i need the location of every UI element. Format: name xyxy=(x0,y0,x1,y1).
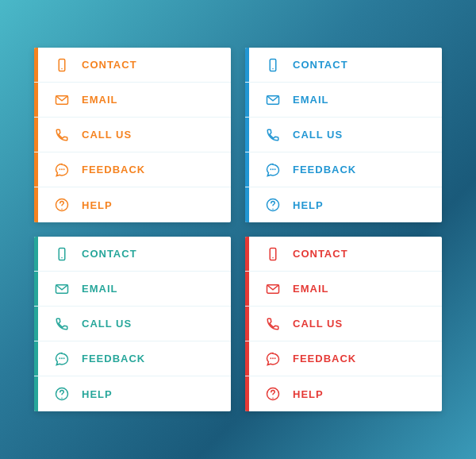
accent-bar xyxy=(245,83,249,117)
menu-item-top-right-help[interactable]: HELP xyxy=(245,187,442,222)
menu-item-bottom-right-help[interactable]: HELP xyxy=(245,376,442,411)
email-icon xyxy=(53,280,71,298)
menu-item-bottom-right-contact[interactable]: CONTACT xyxy=(245,237,442,272)
svg-point-12 xyxy=(272,168,274,170)
accent-bar xyxy=(245,376,249,411)
feedback-icon xyxy=(264,161,282,179)
callus-icon xyxy=(264,126,282,144)
menu-label-contact: CONTACT xyxy=(82,59,137,71)
accent-bar xyxy=(34,341,38,376)
menu-label-feedback: FEEDBACK xyxy=(82,353,145,364)
menu-label-email: EMAIL xyxy=(293,94,328,106)
menu-item-top-right-callus[interactable]: CALL US xyxy=(245,118,442,152)
menu-label-contact: CONTACT xyxy=(293,59,348,71)
help-icon xyxy=(53,385,71,403)
menu-item-bottom-right-feedback[interactable]: FEEDBACK xyxy=(245,341,442,376)
help-icon xyxy=(264,385,282,403)
menu-item-bottom-left-contact[interactable]: CONTACT xyxy=(34,237,231,272)
menu-item-top-left-callus[interactable]: CALL US xyxy=(34,118,231,152)
accent-bar xyxy=(34,272,38,306)
svg-point-31 xyxy=(272,398,274,399)
accent-bar xyxy=(245,152,249,187)
svg-point-5 xyxy=(63,168,65,170)
email-icon xyxy=(264,280,282,298)
svg-point-28 xyxy=(272,357,274,359)
menu-item-bottom-right-email[interactable]: EMAIL xyxy=(245,272,442,307)
help-icon xyxy=(264,196,282,214)
accent-bar xyxy=(245,187,249,222)
svg-point-15 xyxy=(272,209,274,210)
feedback-icon xyxy=(53,350,71,368)
help-icon xyxy=(53,196,71,214)
accent-bar xyxy=(34,48,38,82)
menu-item-top-left-feedback[interactable]: FEEDBACK xyxy=(34,152,231,187)
email-icon xyxy=(53,91,71,109)
accent-bar xyxy=(245,48,249,82)
menu-label-contact: CONTACT xyxy=(82,248,137,260)
callus-icon xyxy=(53,126,71,144)
accent-bar xyxy=(34,376,38,411)
menu-label-help: HELP xyxy=(82,199,113,211)
svg-point-11 xyxy=(270,168,271,170)
menu-label-feedback: FEEDBACK xyxy=(293,353,356,364)
menu-label-callus: CALL US xyxy=(82,318,132,330)
phone-icon xyxy=(53,56,71,74)
card-top-left: CONTACT EMAIL CALL US FEEDBACK HELP xyxy=(34,48,231,222)
svg-point-21 xyxy=(63,357,65,359)
menu-item-top-right-feedback[interactable]: FEEDBACK xyxy=(245,152,442,187)
phone-icon xyxy=(264,56,282,74)
svg-point-3 xyxy=(59,168,60,170)
card-top-right: CONTACT EMAIL CALL US FEEDBACK HELP xyxy=(245,48,442,222)
menu-item-top-right-email[interactable]: EMAIL xyxy=(245,83,442,118)
accent-bar xyxy=(34,237,38,271)
phone-icon xyxy=(264,245,282,263)
svg-point-4 xyxy=(61,168,63,170)
menu-label-feedback: FEEDBACK xyxy=(293,164,356,176)
menu-label-help: HELP xyxy=(82,388,113,400)
menu-label-callus: CALL US xyxy=(82,129,132,141)
accent-bar xyxy=(34,307,38,341)
menu-item-bottom-left-help[interactable]: HELP xyxy=(34,376,231,411)
menu-label-callus: CALL US xyxy=(293,318,343,330)
menu-label-callus: CALL US xyxy=(293,129,343,141)
svg-point-19 xyxy=(59,357,60,359)
menu-item-top-right-contact[interactable]: CONTACT xyxy=(245,48,442,83)
menu-item-bottom-right-callus[interactable]: CALL US xyxy=(245,307,442,341)
svg-point-20 xyxy=(61,357,63,359)
menu-label-help: HELP xyxy=(293,199,324,211)
menu-label-feedback: FEEDBACK xyxy=(82,164,145,176)
main-grid: CONTACT EMAIL CALL US FEEDBACK HELP CONT… xyxy=(18,32,458,427)
email-icon xyxy=(264,91,282,109)
menu-item-bottom-left-callus[interactable]: CALL US xyxy=(34,307,231,341)
accent-bar xyxy=(34,83,38,117)
feedback-icon xyxy=(264,350,282,368)
accent-bar xyxy=(34,152,38,187)
menu-item-bottom-left-email[interactable]: EMAIL xyxy=(34,272,231,307)
callus-icon xyxy=(264,315,282,333)
menu-item-bottom-left-feedback[interactable]: FEEDBACK xyxy=(34,341,231,376)
menu-label-email: EMAIL xyxy=(82,283,117,295)
accent-bar xyxy=(34,118,38,152)
accent-bar xyxy=(245,118,249,152)
accent-bar xyxy=(245,237,249,271)
callus-icon xyxy=(53,315,71,333)
card-bottom-left: CONTACT EMAIL CALL US FEEDBACK HELP xyxy=(34,237,231,411)
accent-bar xyxy=(245,307,249,341)
menu-item-top-left-contact[interactable]: CONTACT xyxy=(34,48,231,83)
menu-label-email: EMAIL xyxy=(82,94,117,106)
svg-point-7 xyxy=(61,209,63,210)
menu-label-contact: CONTACT xyxy=(293,248,348,260)
svg-point-29 xyxy=(274,357,276,359)
menu-label-help: HELP xyxy=(293,388,324,400)
card-bottom-right: CONTACT EMAIL CALL US FEEDBACK HELP xyxy=(245,237,442,411)
menu-item-top-left-email[interactable]: EMAIL xyxy=(34,83,231,118)
svg-point-27 xyxy=(270,357,271,359)
accent-bar xyxy=(245,272,249,306)
menu-label-email: EMAIL xyxy=(293,283,328,295)
svg-point-23 xyxy=(61,398,63,399)
accent-bar xyxy=(245,341,249,376)
svg-point-13 xyxy=(274,168,276,170)
menu-item-top-left-help[interactable]: HELP xyxy=(34,187,231,222)
accent-bar xyxy=(34,187,38,222)
phone-icon xyxy=(53,245,71,263)
